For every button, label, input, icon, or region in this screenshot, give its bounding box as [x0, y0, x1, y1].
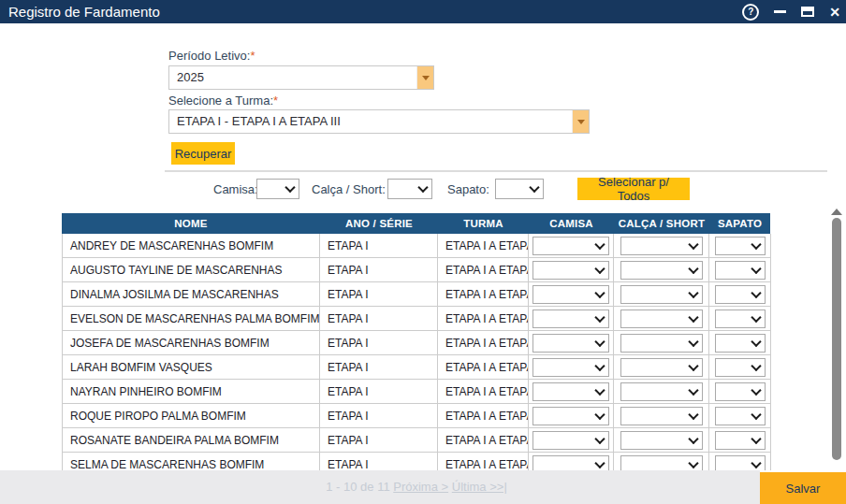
salvar-button[interactable]: Salvar: [760, 472, 846, 504]
row-camisa-select-control[interactable]: [532, 382, 609, 401]
row-sapato-select-control[interactable]: [715, 285, 766, 304]
row-sapato-select[interactable]: [715, 455, 766, 471]
minimize-icon[interactable]: [774, 10, 786, 13]
row-sapato-select[interactable]: [715, 261, 766, 280]
pagination-last-link[interactable]: Última >>|: [452, 480, 507, 494]
row-calca-select[interactable]: [620, 310, 703, 328]
row-sapato-select-control[interactable]: [715, 382, 766, 401]
row-camisa-select-control[interactable]: [532, 407, 609, 425]
row-sapato-select[interactable]: [715, 431, 766, 450]
cell-camisa: [529, 355, 614, 380]
scrollbar-up-arrow-icon[interactable]: [831, 209, 842, 215]
row-camisa-select[interactable]: [532, 285, 609, 304]
row-camisa-select[interactable]: [532, 431, 609, 450]
table-row: ROSANATE BANDEIRA PALMA BOMFIM ETAPA I E…: [63, 428, 771, 453]
row-calca-select[interactable]: [620, 261, 703, 280]
row-camisa-select[interactable]: [532, 382, 609, 401]
row-calca-select[interactable]: [620, 407, 703, 425]
scrollbar-thumb[interactable]: [832, 218, 841, 460]
row-calca-select-control[interactable]: [620, 455, 703, 471]
row-calca-select[interactable]: [620, 431, 703, 450]
cell-camisa: [529, 404, 614, 428]
row-camisa-select-control[interactable]: [532, 455, 609, 471]
row-camisa-select[interactable]: [532, 407, 609, 425]
row-calca-select[interactable]: [620, 285, 703, 304]
filter-calca-select-control[interactable]: [387, 179, 432, 199]
cell-turma: ETAPA I A ETAPA III: [438, 234, 529, 258]
row-camisa-select-control[interactable]: [532, 334, 609, 353]
row-sapato-select-control[interactable]: [715, 431, 766, 450]
required-marker: *: [250, 49, 255, 63]
row-sapato-select[interactable]: [715, 407, 766, 425]
cell-sapato: [709, 355, 771, 380]
cell-sapato: [709, 331, 771, 355]
row-sapato-select-control[interactable]: [715, 407, 766, 425]
pagination: 1 - 10 de 11 Próxima > Última >>|: [0, 480, 833, 494]
cell-nome: ROSANATE BANDEIRA PALMA BOMFIM: [63, 428, 320, 453]
row-sapato-select-control[interactable]: [715, 455, 766, 471]
cell-camisa: [529, 234, 614, 258]
filter-camisa-select[interactable]: [256, 179, 299, 199]
row-calca-select-control[interactable]: [620, 285, 703, 304]
row-camisa-select[interactable]: [532, 358, 609, 377]
cell-turma: ETAPA I A ETAPA III: [438, 331, 529, 355]
row-camisa-select-control[interactable]: [532, 285, 609, 304]
filter-calca-select[interactable]: [387, 179, 432, 199]
filter-camisa-select-control[interactable]: [256, 179, 299, 199]
table-row: LARAH BOMFIM VASQUES ETAPA I ETAPA I A E…: [63, 355, 771, 380]
row-camisa-select-control[interactable]: [532, 431, 609, 450]
pagination-next-link[interactable]: Próxima >: [393, 480, 448, 494]
row-calca-select-control[interactable]: [620, 382, 703, 401]
required-marker: *: [273, 94, 278, 108]
row-camisa-select[interactable]: [532, 237, 609, 255]
cell-camisa: [529, 307, 614, 331]
row-camisa-select-control[interactable]: [532, 310, 609, 328]
header-camisa: CAMISA: [529, 213, 614, 234]
row-calca-select[interactable]: [620, 455, 703, 471]
row-sapato-select[interactable]: [715, 382, 766, 401]
row-calca-select-control[interactable]: [620, 261, 703, 280]
row-calca-select-control[interactable]: [620, 358, 703, 377]
cell-ano-serie: ETAPA I: [320, 234, 438, 258]
dropdown-arrow-icon[interactable]: [416, 66, 433, 89]
help-icon[interactable]: ?: [742, 4, 759, 21]
row-sapato-select-control[interactable]: [715, 358, 766, 377]
row-calca-select[interactable]: [620, 382, 703, 401]
row-camisa-select-control[interactable]: [532, 358, 609, 377]
row-sapato-select[interactable]: [715, 285, 766, 304]
row-sapato-select[interactable]: [715, 237, 766, 255]
filter-sapato-select-control[interactable]: [495, 179, 544, 199]
row-camisa-select[interactable]: [532, 310, 609, 328]
row-sapato-select-control[interactable]: [715, 334, 766, 353]
row-sapato-select-control[interactable]: [715, 310, 766, 328]
header-turma: TURMA: [438, 213, 529, 234]
row-calca-select[interactable]: [620, 237, 703, 255]
close-icon[interactable]: ✕: [829, 6, 840, 19]
dropdown-arrow-icon[interactable]: [572, 110, 589, 133]
turma-dropdown[interactable]: ETAPA I - ETAPA I A ETAPA III: [168, 109, 590, 134]
row-calca-select-control[interactable]: [620, 431, 703, 450]
row-camisa-select-control[interactable]: [532, 261, 609, 280]
row-calca-select[interactable]: [620, 358, 703, 377]
row-calca-select-control[interactable]: [620, 237, 703, 255]
row-sapato-select-control[interactable]: [715, 237, 766, 255]
filter-sapato-select[interactable]: [495, 179, 544, 199]
row-calca-select-control[interactable]: [620, 334, 703, 353]
restore-window-icon[interactable]: [801, 7, 814, 17]
row-sapato-select[interactable]: [715, 310, 766, 328]
row-calca-select-control[interactable]: [620, 310, 703, 328]
cell-turma: ETAPA I A ETAPA III: [438, 453, 529, 470]
row-calca-select[interactable]: [620, 334, 703, 353]
row-camisa-select[interactable]: [532, 261, 609, 280]
recuperar-button[interactable]: Recuperar: [171, 142, 235, 165]
periodo-letivo-dropdown[interactable]: 2025: [168, 65, 434, 90]
row-camisa-select-control[interactable]: [532, 237, 609, 255]
row-camisa-select[interactable]: [532, 334, 609, 353]
selecionar-todos-button[interactable]: Selecionar p/ Todos: [577, 178, 690, 200]
cell-turma: ETAPA I A ETAPA III: [438, 258, 529, 282]
row-sapato-select[interactable]: [715, 358, 766, 377]
row-sapato-select-control[interactable]: [715, 261, 766, 280]
row-camisa-select[interactable]: [532, 455, 609, 471]
row-calca-select-control[interactable]: [620, 407, 703, 425]
row-sapato-select[interactable]: [715, 334, 766, 353]
